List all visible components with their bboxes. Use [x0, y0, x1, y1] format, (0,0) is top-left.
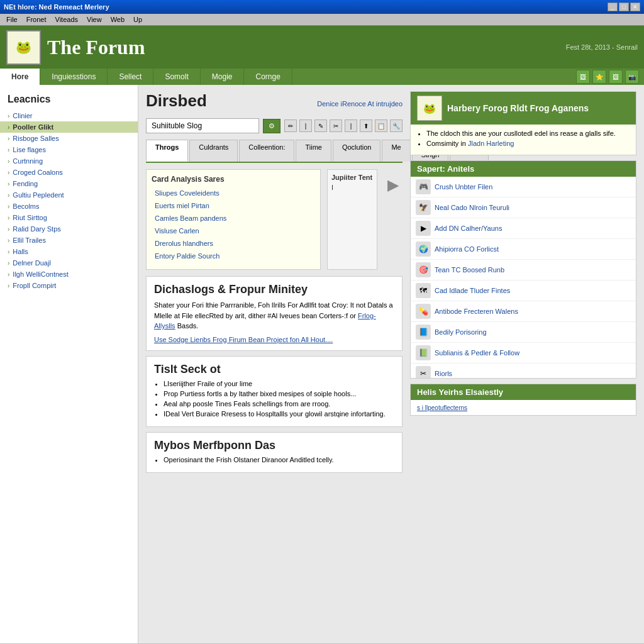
list-item: Camles Beam pandens: [155, 214, 315, 223]
sidebar-item-risboge[interactable]: › Risboge Salles: [0, 133, 138, 144]
frlog-link[interactable]: Frlog-Allyslls: [154, 312, 376, 330]
card-link-3[interactable]: Visluse Carlen: [155, 227, 199, 235]
toolbar-icon-8[interactable]: 🔧: [390, 119, 402, 132]
sidebar-item-ellil[interactable]: › Ellil Trailes: [0, 235, 138, 246]
nav-hore[interactable]: Hore: [0, 69, 40, 85]
nav-icon-2[interactable]: ⭐: [592, 70, 606, 84]
helis-link[interactable]: s i llpeotuflecterns: [417, 404, 467, 411]
sapert-link-2[interactable]: Add DN Calher/Yauns: [435, 225, 502, 232]
harleting-link[interactable]: Jladn Harleting: [468, 140, 514, 147]
sapert-item-2[interactable]: ▶ Add DN Calher/Yauns: [411, 218, 636, 239]
sapert-item-1[interactable]: 🦅 Neal Cado Nlroin Teuruli: [411, 197, 636, 218]
sapert-item-9[interactable]: ✂ Riorls: [411, 364, 636, 378]
tab-colleention[interactable]: Colleention:: [239, 140, 294, 162]
sidebar-item-halls[interactable]: › Halls: [0, 246, 138, 257]
menu-fronet[interactable]: Fronet: [23, 15, 50, 24]
jupiter-tent-box: Jupiiter Tent I: [327, 169, 377, 270]
sidebar-item-croged[interactable]: › Croged Coalons: [0, 167, 138, 178]
card-link-5[interactable]: Entory Paldie Sourch: [155, 252, 219, 260]
sapert-item-5[interactable]: 🗺 Cad Idlade Tluder Fintes: [411, 280, 636, 301]
sidebar-item-fropll[interactable]: › Fropll Compirt: [0, 280, 138, 291]
tab-throgs[interactable]: Throgs: [146, 140, 188, 162]
menu-view[interactable]: View: [83, 15, 106, 24]
tab-tiime[interactable]: Tiime: [296, 140, 331, 162]
sapert-item-4[interactable]: 🎯 Tean TC Boosed Runb: [411, 260, 636, 280]
minimize-button[interactable]: _: [608, 3, 618, 11]
nav-inguiesstions[interactable]: Inguiesstions: [40, 69, 108, 85]
search-input[interactable]: [146, 118, 259, 133]
feature-bullet-1: Comsimity in Jladn Harleting: [426, 140, 630, 147]
nav-icon-3[interactable]: 🖼: [609, 70, 623, 84]
sapert-link-1[interactable]: Neal Cado Nlroin Teuruli: [435, 204, 509, 211]
sapert-link-5[interactable]: Cad Idlade Tluder Fintes: [435, 287, 510, 294]
sodge-link[interactable]: Use Sodge Lienbs Frog Firum Bean Project…: [154, 336, 333, 343]
helis-header: Helis Yeirhs Elsaiestly: [411, 384, 636, 400]
toolbar-icon-1[interactable]: ✏: [284, 119, 297, 132]
sapert-link-3[interactable]: Ahipiorra CO Forlicst: [435, 245, 499, 253]
sapert-link-0[interactable]: Crush Unbter Filen: [435, 183, 492, 191]
sidebar-item-lise[interactable]: › Lise flages: [0, 144, 138, 155]
sapert-link-8[interactable]: Sublianis & Pedler & Follow: [435, 349, 519, 357]
sapert-item-6[interactable]: 💊 Antibode Frecteren Walens: [411, 301, 636, 322]
logo-icon: 🐸: [6, 30, 41, 65]
window-titlebar: NEt hlore: Ned Remeact Merlery _ □ ✕: [0, 0, 644, 14]
sapert-link-9[interactable]: Riorls: [435, 370, 452, 377]
menu-file[interactable]: File: [3, 15, 21, 24]
sapert-link-4[interactable]: Tean TC Boosed Runb: [435, 266, 504, 274]
toolbar-icon-5[interactable]: |: [345, 119, 357, 132]
helis-box: Helis Yeirhs Elsaiestly s i llpeotuflect…: [410, 384, 636, 416]
sapert-icon-7: 📘: [416, 325, 431, 340]
sidebar-item-becolms[interactable]: › Becolms: [0, 201, 138, 212]
toolbar-icon-7[interactable]: 📋: [375, 119, 387, 132]
sidebar-label: Fending: [13, 180, 38, 187]
play-arrow-icon[interactable]: ▶: [384, 169, 402, 201]
search-button[interactable]: ⚙: [263, 119, 280, 133]
tab-me[interactable]: Me: [382, 140, 410, 162]
nav-cornge[interactable]: Cornge: [244, 69, 292, 85]
sidebar-item-gultiu[interactable]: › Gultiu Pepledent: [0, 189, 138, 201]
content-area: Leacnics › Clinier › Pooller Glikt › Ris…: [0, 85, 644, 643]
sapert-link-7[interactable]: Bedily Porisoring: [435, 328, 487, 336]
sidebar-item-fending[interactable]: › Fending: [0, 178, 138, 189]
card-link-1[interactable]: Euerts miel Pirtan: [155, 202, 209, 209]
menu-up[interactable]: Up: [130, 15, 146, 24]
tab-qoclution[interactable]: Qoclution: [333, 140, 380, 162]
sidebar-item-clinier[interactable]: › Clinier: [0, 110, 138, 121]
card-link-0[interactable]: Sliupes Coveleidents: [155, 189, 219, 197]
card-link-4[interactable]: Drerolus hlandhers: [155, 240, 213, 247]
close-button[interactable]: ✕: [630, 3, 640, 11]
nav-icon-1[interactable]: 🖼: [576, 70, 590, 84]
tab-culdrants[interactable]: Culdrants: [189, 140, 238, 162]
toolbar-icon-3[interactable]: ✎: [314, 119, 327, 132]
card-link-2[interactable]: Camles Beam pandens: [155, 214, 226, 222]
nav-somolt[interactable]: Somolt: [153, 69, 200, 85]
nav-icon-4[interactable]: 📷: [625, 70, 639, 84]
toolbar-icon-4[interactable]: ✂: [330, 119, 342, 132]
sidebar-item-ilgh[interactable]: › Ilgh WelliContnest: [0, 269, 138, 280]
menu-viteads[interactable]: Viteads: [52, 15, 82, 24]
sidebar-label: Fropll Compirt: [13, 282, 56, 289]
nav-mogie[interactable]: Mogie: [201, 69, 245, 85]
sapert-item-3[interactable]: 🌍 Ahipiorra CO Forlicst: [411, 239, 636, 260]
arrow-icon: ›: [8, 271, 9, 278]
sapert-item-0[interactable]: 🎮 Crush Unbter Filen: [411, 177, 636, 197]
sapert-item-8[interactable]: 📗 Sublianis & Pedler & Follow: [411, 343, 636, 364]
sidebar-item-pooller[interactable]: › Pooller Glikt: [0, 121, 138, 133]
right-column: 🐸 Harbery Forog Rldt Frog Aganens The cl…: [410, 91, 636, 478]
maximize-button[interactable]: □: [619, 3, 629, 11]
toolbar-icon-6[interactable]: ⬆: [360, 119, 372, 132]
sapert-item-7[interactable]: 📘 Bedily Porisoring: [411, 322, 636, 343]
sapert-link-6[interactable]: Antibode Frecteren Walens: [435, 308, 518, 315]
menu-web[interactable]: Web: [107, 15, 128, 24]
sidebar-item-riut[interactable]: › Riut Sirttog: [0, 212, 138, 223]
sapert-icon-2: ▶: [416, 221, 431, 236]
nav-sellect[interactable]: Sellect: [108, 69, 153, 85]
sidebar-item-curtnning[interactable]: › Curtnning: [0, 155, 138, 167]
toolbar-icon-2[interactable]: |: [299, 119, 312, 132]
sidebar-item-delner[interactable]: › Delner Duajl: [0, 257, 138, 269]
sidebar-label: Riut Sirttog: [13, 214, 47, 221]
sidebar-label: Curtnning: [13, 157, 43, 165]
sidebar-item-ralid[interactable]: › Ralid Dary Stps: [0, 223, 138, 235]
list-item: Aeal ahp poosle Tines Feals schellings f…: [164, 400, 394, 408]
arrow-icon: ›: [8, 260, 9, 267]
